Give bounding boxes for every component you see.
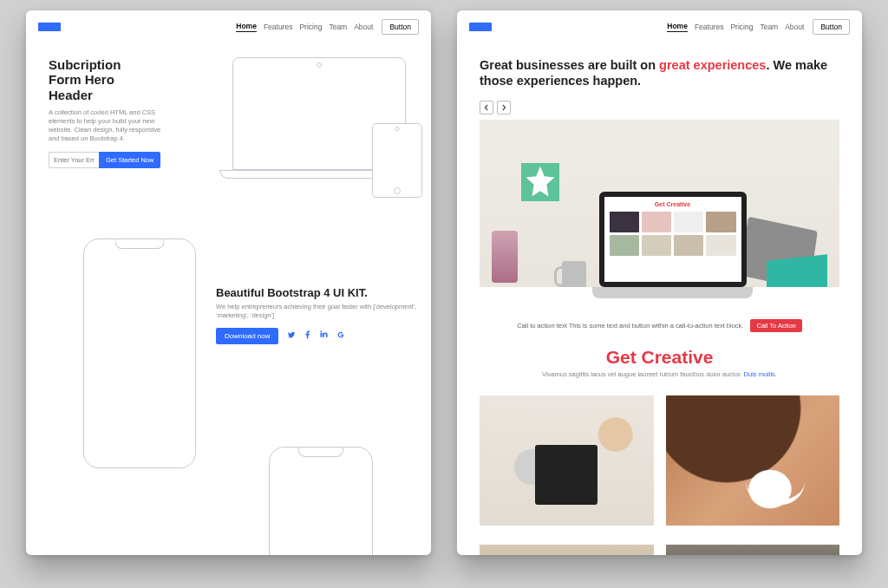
grid-image-partial-right[interactable]	[666, 545, 840, 555]
headline: Great businesses are built on great expe…	[480, 57, 839, 88]
laptop-title-accent: Creative	[666, 201, 690, 207]
star-decoration	[521, 163, 559, 201]
hero-description: A collection of coded HTML and CSS eleme…	[49, 108, 166, 144]
nav-features[interactable]: Features	[695, 23, 724, 31]
email-input[interactable]	[49, 152, 99, 168]
call-to-action-button[interactable]: Call To Action	[750, 319, 801, 332]
nav-pricing[interactable]: Pricing	[730, 23, 753, 31]
navbar: Home Features Pricing Team About Button	[457, 10, 862, 43]
hero-title: Subcription Form Hero Header	[49, 57, 166, 102]
creative-grid	[480, 395, 839, 526]
subscribe-form: Get Started Now	[49, 152, 166, 168]
hero-title-line2: Form Hero	[49, 72, 114, 87]
nav-about[interactable]: About	[354, 23, 373, 31]
navbar: Home Features Pricing Team About Button	[26, 10, 431, 43]
nav-pricing[interactable]: Pricing	[299, 23, 322, 31]
nav-cta-button[interactable]: Button	[813, 19, 850, 35]
cta-text: Call to action text This is some text an…	[517, 322, 743, 330]
nav-team[interactable]: Team	[760, 23, 778, 31]
nav-home[interactable]: Home	[236, 22, 257, 32]
phone-wireframe-bottom	[269, 447, 373, 555]
carousel-next-button[interactable]	[497, 101, 511, 114]
creative-sublink[interactable]: Duis mollis.	[744, 370, 777, 378]
creative-subtext: Vivamus sagittis lacus vel augue laoreet…	[542, 370, 743, 378]
call-to-action-row: Call to action text This is some text an…	[480, 319, 839, 332]
kit-title: Beautiful Bootstrap 4 UI KIT.	[216, 286, 420, 299]
kit-section: Beautiful Bootstrap 4 UI KIT. We help en…	[216, 286, 420, 344]
get-started-button[interactable]: Get Started Now	[99, 152, 160, 168]
tablet-wireframe	[372, 123, 422, 198]
nav-cta-button[interactable]: Button	[382, 19, 419, 35]
kit-description: We help entrepreneurs achieving their go…	[216, 303, 420, 320]
template-preview-right: Home Features Pricing Team About Button …	[457, 10, 862, 555]
creative-accent: Creative	[641, 347, 713, 367]
chevron-left-icon	[483, 104, 490, 111]
google-icon[interactable]	[336, 330, 345, 341]
carousel-laptop: Get Creative	[592, 192, 753, 304]
creative-before: Get	[606, 347, 642, 367]
nav-features[interactable]: Features	[264, 23, 293, 31]
grid-image-partial-left[interactable]	[480, 545, 654, 555]
hero-section: Subcription Form Hero Header A collectio…	[49, 57, 166, 168]
social-icons	[287, 330, 345, 341]
nav-team[interactable]: Team	[329, 23, 347, 31]
hero-title-line1: Subcription	[49, 57, 121, 72]
carousel-prev-button[interactable]	[480, 101, 493, 114]
logo[interactable]	[38, 23, 61, 31]
carousel-nav	[480, 101, 511, 114]
nav-about[interactable]: About	[785, 23, 804, 31]
twitter-icon[interactable]	[287, 330, 296, 341]
nav-home[interactable]: Home	[667, 22, 688, 32]
headline-accent: great experiences	[659, 58, 766, 72]
grid-image-smile[interactable]	[666, 395, 840, 526]
template-preview-left: Home Features Pricing Team About Button …	[26, 10, 431, 555]
phone-wireframe	[83, 238, 196, 468]
carousel-slide[interactable]: Get Creative	[480, 120, 839, 315]
hero-title-line3: Header	[49, 88, 93, 102]
linkedin-icon[interactable]	[320, 330, 329, 341]
download-button[interactable]: Download now	[216, 328, 278, 344]
facebook-icon[interactable]	[304, 330, 312, 341]
flowers-decoration	[492, 231, 518, 283]
logo[interactable]	[469, 23, 492, 31]
chevron-right-icon	[500, 104, 507, 111]
get-creative-heading: Get Creative Vivamus sagittis lacus vel …	[457, 347, 862, 378]
laptop-title-before: Get	[655, 201, 667, 207]
mug-decoration	[562, 261, 586, 291]
headline-before: Great businesses are built on	[480, 58, 659, 72]
creative-grid-row2	[480, 545, 839, 555]
grid-image-workspace[interactable]	[480, 395, 654, 526]
